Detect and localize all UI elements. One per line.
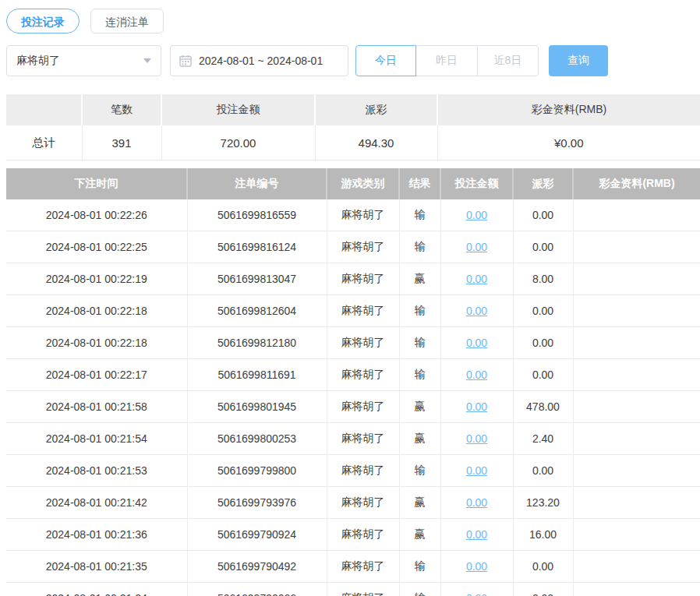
game-select[interactable]: 麻将胡了 — [6, 45, 161, 76]
summary-header-payout: 派彩 — [315, 94, 437, 125]
cell-bet-time: 2024-08-01 00:22:26 — [6, 199, 187, 231]
cell-game-type: 麻将胡了 — [327, 199, 399, 231]
cell-order-no: 5061699790924 — [187, 519, 327, 551]
cell-bet-time: 2024-08-01 00:22:25 — [6, 231, 187, 263]
col-header-bet-time: 下注时间 — [6, 168, 187, 199]
chevron-down-icon — [143, 58, 151, 63]
cell-result: 赢 — [399, 519, 440, 551]
bet-amount-link[interactable]: 0.00 — [466, 337, 487, 349]
bet-amount-link[interactable]: 0.00 — [466, 560, 487, 573]
cell-bet-amount: 0.00 — [440, 423, 513, 455]
cell-bet-amount: 0.00 — [440, 231, 513, 263]
cell-order-no: 5061699800253 — [187, 423, 327, 455]
cell-payout: 16.00 — [513, 519, 573, 551]
cell-bonus — [573, 199, 700, 231]
col-header-order-no: 注单编号 — [187, 168, 327, 199]
tab-bet-records[interactable]: 投注记录 — [6, 9, 80, 34]
cell-order-no: 5061699812604 — [187, 295, 327, 327]
cell-bet-amount: 0.00 — [440, 551, 513, 583]
cell-bet-amount: 0.00 — [440, 263, 513, 295]
summary-total-bet-amount: 720.00 — [161, 125, 315, 160]
cell-game-type: 麻将胡了 — [327, 263, 399, 295]
cell-bet-time: 2024-08-01 00:21:36 — [6, 519, 187, 551]
calendar-icon — [179, 55, 192, 67]
quick-date-button-group: 今日 昨日 近8日 — [355, 45, 539, 76]
cell-game-type: 麻将胡了 — [327, 327, 399, 359]
bet-table-header-row: 下注时间 注单编号 游戏类别 结果 投注金额 派彩 彩金资料(RMB) — [6, 168, 700, 199]
bet-table: 下注时间 注单编号 游戏类别 结果 投注金额 派彩 彩金资料(RMB) 2024… — [6, 168, 700, 596]
cell-bonus — [573, 359, 700, 391]
col-header-bet-amount: 投注金额 — [440, 168, 513, 199]
cell-payout: 0.00 — [513, 359, 573, 391]
cell-payout: 0.00 — [513, 455, 573, 487]
bet-table-body: 2024-08-01 00:22:26 5061699816559 麻将胡了 输… — [6, 199, 700, 596]
bet-amount-link[interactable]: 0.00 — [466, 369, 487, 381]
cell-order-no: 5061699801945 — [187, 391, 327, 423]
bet-amount-link[interactable]: 0.00 — [466, 592, 487, 596]
cell-game-type: 麻将胡了 — [327, 391, 399, 423]
cell-payout: 8.00 — [513, 263, 573, 295]
cell-bet-time: 2024-08-01 00:21:53 — [6, 455, 187, 487]
bet-amount-link[interactable]: 0.00 — [466, 273, 487, 285]
col-header-result: 结果 — [399, 168, 440, 199]
cell-result: 赢 — [399, 423, 440, 455]
cell-bonus — [573, 551, 700, 583]
date-range-input[interactable]: 2024-08-01 ~ 2024-08-01 — [170, 45, 348, 76]
cell-result: 输 — [399, 455, 440, 487]
tab-cancelled-orders[interactable]: 连消注单 — [90, 9, 164, 34]
cell-payout: 123.20 — [513, 487, 573, 519]
cell-order-no: 5061699790066 — [187, 583, 327, 596]
bet-amount-link[interactable]: 0.00 — [466, 400, 487, 413]
cell-game-type: 麻将胡了 — [327, 455, 399, 487]
search-button[interactable]: 查询 — [549, 45, 608, 76]
cell-order-no: 5061699793976 — [187, 487, 327, 519]
table-row: 2024-08-01 00:21:36 5061699790924 麻将胡了 赢… — [6, 519, 700, 551]
bet-amount-link[interactable]: 0.00 — [466, 305, 487, 317]
bet-amount-link[interactable]: 0.00 — [466, 209, 487, 221]
cell-game-type: 麻将胡了 — [327, 551, 399, 583]
cell-bet-amount: 0.00 — [440, 487, 513, 519]
cell-bet-amount: 0.00 — [440, 455, 513, 487]
cell-result: 赢 — [399, 391, 440, 423]
table-row: 2024-08-01 00:22:26 5061699816559 麻将胡了 输… — [6, 199, 700, 231]
cell-payout: 478.00 — [513, 391, 573, 423]
top-tabs: 投注记录 连消注单 — [6, 8, 700, 34]
bet-amount-link[interactable]: 0.00 — [466, 528, 487, 541]
cell-game-type: 麻将胡了 — [327, 359, 399, 391]
cell-bonus — [573, 423, 700, 455]
cell-bet-time: 2024-08-01 00:22:19 — [6, 263, 187, 295]
filter-bar: 麻将胡了 2024-08-01 ~ 2024-08-01 今日 昨日 近8日 查… — [6, 45, 700, 76]
cell-bet-amount: 0.00 — [440, 359, 513, 391]
cell-game-type: 麻将胡了 — [327, 423, 399, 455]
summary-header-bonus: 彩金资料(RMB) — [437, 94, 700, 125]
yesterday-button[interactable]: 昨日 — [415, 45, 478, 76]
summary-header-blank — [6, 94, 82, 125]
last-8-days-button[interactable]: 近8日 — [477, 45, 539, 76]
cell-bet-time: 2024-08-01 00:21:35 — [6, 551, 187, 583]
cell-bonus — [573, 231, 700, 263]
cell-game-type: 麻将胡了 — [327, 487, 399, 519]
cell-bet-time: 2024-08-01 00:22:17 — [6, 359, 187, 391]
cell-order-no: 5061699790492 — [187, 551, 327, 583]
cell-bet-amount: 0.00 — [440, 583, 513, 596]
bet-amount-link[interactable]: 0.00 — [466, 432, 487, 445]
bet-amount-link[interactable]: 0.00 — [466, 241, 487, 253]
cell-bet-time: 2024-08-01 00:21:42 — [6, 487, 187, 519]
summary-header-row: 笔数 投注金额 派彩 彩金资料(RMB) — [6, 94, 700, 125]
cell-order-no: 5061699812180 — [187, 327, 327, 359]
summary-total-bonus: ¥0.00 — [437, 125, 700, 160]
table-row: 2024-08-01 00:21:58 5061699801945 麻将胡了 赢… — [6, 391, 700, 423]
bet-amount-link[interactable]: 0.00 — [466, 496, 487, 509]
cell-game-type: 麻将胡了 — [327, 519, 399, 551]
bet-amount-link[interactable]: 0.00 — [466, 464, 487, 477]
cell-bonus — [573, 519, 700, 551]
today-button[interactable]: 今日 — [355, 45, 416, 76]
cell-game-type: 麻将胡了 — [327, 295, 399, 327]
table-row: 2024-08-01 00:21:34 5061699790066 麻将胡了 输… — [6, 583, 700, 596]
cell-bonus — [573, 455, 700, 487]
table-row: 2024-08-01 00:22:25 5061699816124 麻将胡了 输… — [6, 231, 700, 263]
table-row: 2024-08-01 00:22:17 5061699811691 麻将胡了 输… — [6, 359, 700, 391]
cell-order-no: 5061699816559 — [187, 199, 327, 231]
cell-game-type: 麻将胡了 — [327, 231, 399, 263]
summary-total-row: 总计 391 720.00 494.30 ¥0.00 — [6, 125, 700, 160]
